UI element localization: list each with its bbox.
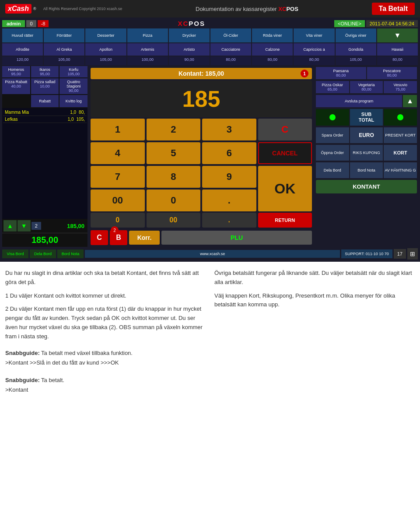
- menu-ovriga-viner[interactable]: Övriga viner: [336, 28, 376, 42]
- right-panel: Paesana80,00 Pescatore80,00 Pizza Oskar6…: [315, 66, 418, 247]
- menu-empty1: [2, 95, 30, 107]
- visa-bord-button[interactable]: Visa Bord: [2, 249, 28, 258]
- snabb-1-subtitle: Ta betalt med växel tillbaka funktion.: [41, 350, 133, 356]
- menu-paesana[interactable]: Paesana80,00: [316, 67, 366, 79]
- c-button[interactable]: C: [258, 119, 312, 140]
- menu-pizza[interactable]: Pizza: [127, 28, 168, 42]
- menu-avsluta[interactable]: Avsluta program: [316, 95, 402, 107]
- num-7-button[interactable]: 7: [91, 166, 145, 188]
- num-00-button[interactable]: 00: [91, 190, 145, 211]
- euro-button[interactable]: EURO: [350, 127, 383, 143]
- menu-capriccios[interactable]: Capriccios a: [294, 43, 334, 56]
- menu-pizza-oskar[interactable]: Pizza Oskar65,00: [316, 81, 349, 93]
- menu-homeros[interactable]: Homeros95,00: [2, 66, 30, 77]
- right-menu-mid: Pizza Oskar65,00 Vegetaria80,00 Vesuvio7…: [316, 81, 417, 93]
- menu-arrow-up[interactable]: ▲: [403, 95, 417, 107]
- korr-button[interactable]: Korr.: [129, 231, 160, 245]
- num-3-button[interactable]: 3: [202, 119, 256, 140]
- menu-row-homeros: Homeros95,00 Ikaros95,00 Korfu105,00: [2, 66, 88, 77]
- num-8-button[interactable]: 8: [147, 166, 201, 188]
- menu-ikaros[interactable]: Ikaros95,00: [31, 66, 59, 77]
- order-total-display: 185,00: [2, 233, 88, 247]
- admin-badge: admin: [2, 20, 25, 27]
- menu-hawaii[interactable]: Hawaii: [377, 43, 418, 56]
- menu-quattro[interactable]: Quattro Stagioni90,00: [60, 78, 88, 94]
- menu-pizza-sallad[interactable]: Pizza sallad10,00: [31, 78, 59, 94]
- menu-artisto[interactable]: Artisto: [169, 43, 210, 56]
- bord-nota-bottom[interactable]: Bord Nota: [57, 249, 84, 258]
- header-logo: xCash ®: [5, 4, 36, 14]
- text-para-right-1: Övriga betalsätt fungerar på liknande sä…: [214, 269, 415, 287]
- num-5-button[interactable]: 5: [147, 142, 201, 164]
- minus8-badge: -8: [38, 20, 49, 27]
- dela-bord-bottom[interactable]: Dela Bord: [30, 249, 56, 258]
- price-apollon: 105,00: [85, 56, 126, 65]
- green-dot-right: [384, 109, 417, 126]
- menu-rabatt[interactable]: Rabatt: [31, 95, 59, 107]
- sub-total-row: SUBTOTAL: [316, 109, 417, 126]
- menu-vesuvio[interactable]: Vesuvio75,00: [384, 81, 417, 93]
- menu-algreka[interactable]: Al Greka: [44, 43, 84, 56]
- menu-korfu[interactable]: Korfu105,00: [60, 66, 88, 77]
- order-item-1-name: Mamma Mia: [5, 110, 67, 115]
- copyright-text: All Rights Reserved Copyright 2010 xcash…: [43, 6, 122, 12]
- oppna-order-button[interactable]: Öppna Order: [316, 145, 349, 161]
- menu-pizza-rabatt[interactable]: Pizza Rabatt40,00: [2, 78, 30, 94]
- main-columns: Homeros95,00 Ikaros95,00 Korfu105,00 Piz…: [2, 66, 418, 247]
- nav-down-button[interactable]: ▼: [18, 220, 31, 232]
- bottom-0-button[interactable]: 0: [91, 213, 145, 228]
- num-1-button[interactable]: 1: [91, 119, 145, 140]
- price-artemis: 100,00: [127, 56, 168, 65]
- kontant-payment-button[interactable]: KONTANT: [316, 180, 417, 193]
- cancel-button[interactable]: CANCEL: [258, 142, 312, 164]
- order-item-2-name: Lefkas: [5, 117, 65, 122]
- numpad-grid: 1 2 3 C 4 5 6 CANCEL 7 8 9 OK 00 0 .: [91, 119, 312, 211]
- present-kort-button[interactable]: PRESENT KORT: [384, 127, 417, 143]
- menu-apollon[interactable]: Apollon: [85, 43, 126, 56]
- num-6-button[interactable]: 6: [202, 142, 256, 164]
- num-dot-button[interactable]: .: [202, 190, 256, 211]
- menu-arrow-down[interactable]: ▼: [377, 28, 418, 42]
- menu-vita-viner[interactable]: Vita viner: [294, 28, 334, 42]
- menu-artemis[interactable]: Artemis: [127, 43, 168, 56]
- menu-calzone[interactable]: Calzone: [252, 43, 293, 56]
- bottom-00-button[interactable]: 00: [147, 213, 201, 228]
- ok-button[interactable]: OK: [258, 166, 312, 211]
- badge-2: 2: [111, 226, 119, 234]
- price-artisto: 90,00: [169, 56, 210, 65]
- menu-ol-cider[interactable]: Öl-Cider: [210, 28, 251, 42]
- bottom-dot-button[interactable]: .: [202, 213, 256, 228]
- menu-desserter[interactable]: Desserter: [85, 28, 126, 42]
- bord-nota-button[interactable]: Bord Nota: [350, 162, 383, 178]
- kort-button[interactable]: KORT: [384, 145, 417, 161]
- menu-kvitto-log[interactable]: Kvitto log: [60, 95, 88, 107]
- logo-registered: ®: [33, 7, 36, 11]
- snabb-1-steps: >Kontant >>Slå in det du fått av kund >>…: [5, 358, 415, 368]
- menu-huvud[interactable]: Huvud rätter: [2, 28, 43, 42]
- menu-pescatore[interactable]: Pescatore80,00: [367, 67, 417, 79]
- menu-forratter[interactable]: Förrätter: [44, 28, 84, 42]
- num-0-button[interactable]: 0: [147, 190, 201, 211]
- c-action-button[interactable]: C: [91, 230, 108, 245]
- nav-up-button[interactable]: ▲: [4, 220, 17, 232]
- sub-total-button[interactable]: SUBTOTAL: [350, 109, 383, 126]
- spara-order-button[interactable]: Spara Order: [316, 127, 349, 143]
- menu-afrodite[interactable]: Afrodite: [2, 43, 43, 56]
- plu-button[interactable]: PLU: [161, 231, 312, 245]
- menu-gondola[interactable]: Gondola: [336, 43, 376, 56]
- snabb-2-subtitle: Ta betalt.: [41, 377, 64, 383]
- snabb-2-steps: >Kontant: [5, 385, 415, 395]
- num-2-button[interactable]: 2: [147, 119, 201, 140]
- av-hamtning-button[interactable]: AV HÄMTNING G: [384, 162, 417, 178]
- dela-bord-button[interactable]: Dela Bord: [316, 162, 349, 178]
- menu-roda-viner[interactable]: Röda viner: [252, 28, 293, 42]
- riks-kupong-button[interactable]: RIKS KUPONG: [350, 145, 383, 161]
- num-9-button[interactable]: 9: [202, 166, 256, 188]
- menu-drycker[interactable]: Drycker: [169, 28, 210, 42]
- snabb-1-title: Snabbguide: Ta betalt med växel tillbaka…: [5, 348, 415, 358]
- menu-cacciatore[interactable]: Cacciatore: [210, 43, 251, 56]
- return-button[interactable]: RETURN: [258, 213, 312, 228]
- num-4-button[interactable]: 4: [91, 142, 145, 164]
- menu-vegetaria[interactable]: Vegetaria80,00: [350, 81, 383, 93]
- snabb-2-bold: Snabbguide:: [5, 377, 40, 383]
